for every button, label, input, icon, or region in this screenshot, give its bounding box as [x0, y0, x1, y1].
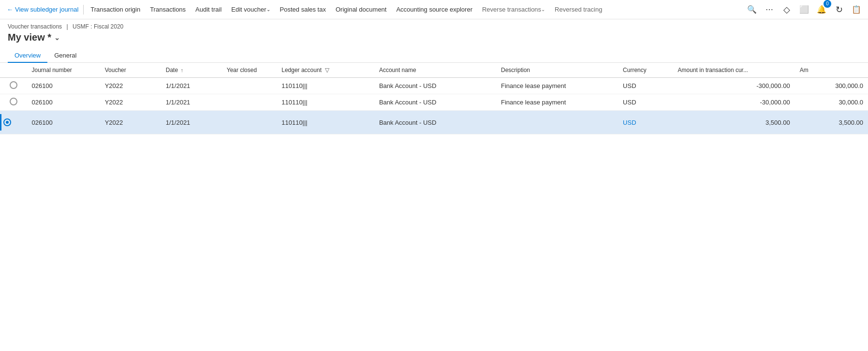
search-icon: 🔍: [747, 5, 757, 14]
sort-icon: ↑: [180, 67, 183, 73]
cell-amount-transaction: -30,000.00: [673, 94, 795, 111]
cell-currency: USD: [618, 78, 673, 94]
data-table-container: Journal number Voucher Date ↑ Year close…: [0, 63, 868, 134]
tabs-bar: Overview General: [0, 49, 868, 63]
row-radio[interactable]: [10, 98, 17, 105]
col-header-currency[interactable]: Currency: [618, 63, 673, 78]
cell-account-name: Bank Account - USD: [374, 78, 496, 94]
cell-amount-reporting: 300,000.0: [795, 78, 868, 94]
cell-description: [496, 111, 618, 134]
table-row[interactable]: 026100 Y2022 1/1/2021 110110||| Bank Acc…: [0, 111, 868, 134]
cell-amount-reporting: 30,000.0: [795, 94, 868, 111]
cell-ledger-account: 110110|||: [277, 78, 374, 94]
cell-currency: USD: [618, 94, 673, 111]
cell-date: 1/1/2021: [161, 78, 222, 94]
nav-accounting-source-explorer[interactable]: Accounting source explorer: [391, 0, 477, 19]
col-header-journal-number[interactable]: Journal number: [27, 63, 100, 78]
row-radio-selected[interactable]: [3, 118, 11, 126]
title-dropdown-icon[interactable]: ⌄: [54, 34, 60, 42]
col-header-amount-reporting[interactable]: Am: [795, 63, 868, 78]
top-navigation: ← View subledger journal Transaction ori…: [0, 0, 868, 19]
cell-year-closed: [222, 78, 277, 94]
refresh-button[interactable]: ↻: [831, 2, 847, 17]
breadcrumb-separator: |: [66, 23, 68, 30]
cell-account-name: Bank Account - USD: [374, 94, 496, 111]
breadcrumb-part-1: Voucher transactions: [8, 23, 62, 30]
cell-amount-transaction: -300,000.00: [673, 78, 795, 94]
nav-edit-voucher[interactable]: Edit voucher: [226, 0, 275, 19]
page-title: My view * ⌄: [8, 32, 860, 43]
nav-reversed-tracing[interactable]: Reversed tracing: [550, 0, 607, 19]
cell-voucher: Y2022: [100, 111, 161, 134]
cell-voucher: Y2022: [100, 94, 161, 111]
breadcrumb: Voucher transactions | USMF : Fiscal 202…: [8, 23, 860, 30]
table-header-row: Journal number Voucher Date ↑ Year close…: [0, 63, 868, 78]
clipboard-icon: 📋: [852, 5, 861, 14]
nav-audit-trail[interactable]: Audit trail: [191, 0, 226, 19]
col-header-select: [0, 63, 27, 78]
cell-date: 1/1/2021: [161, 94, 222, 111]
window-icon: ⬜: [799, 5, 809, 14]
diamond-icon-button[interactable]: ◇: [779, 2, 794, 17]
cell-amount-reporting: 3,500.00: [795, 111, 868, 134]
cell-account-name: Bank Account - USD: [374, 111, 496, 134]
cell-date: 1/1/2021: [161, 111, 222, 134]
col-header-voucher[interactable]: Voucher: [100, 63, 161, 78]
search-button[interactable]: 🔍: [744, 2, 760, 17]
cell-description: Finance lease payment: [496, 94, 618, 111]
tab-overview[interactable]: Overview: [8, 49, 47, 63]
cell-ledger-account: 110110|||: [277, 111, 374, 134]
col-header-account-name[interactable]: Account name: [374, 63, 496, 78]
clipboard-button[interactable]: 📋: [849, 2, 864, 17]
row-radio[interactable]: [10, 81, 17, 89]
page-header: Voucher transactions | USMF : Fiscal 202…: [0, 19, 868, 49]
tab-general[interactable]: General: [47, 49, 83, 63]
voucher-transactions-table: Journal number Voucher Date ↑ Year close…: [0, 63, 868, 134]
more-options-button[interactable]: ⋯: [762, 2, 777, 17]
col-header-description[interactable]: Description: [496, 63, 618, 78]
col-header-year-closed[interactable]: Year closed: [222, 63, 277, 78]
notification-container: 🔔 0: [814, 2, 829, 17]
cell-journal-number: 026100: [27, 94, 100, 111]
cell-amount-transaction: 3,500.00: [673, 111, 795, 134]
col-header-ledger-account[interactable]: Ledger account ▽: [277, 63, 374, 78]
cell-currency-selected: USD: [618, 111, 673, 134]
cell-description: Finance lease payment: [496, 78, 618, 94]
cell-year-closed: [222, 111, 277, 134]
cell-journal-number: 026100: [27, 111, 100, 134]
window-icon-button[interactable]: ⬜: [796, 2, 812, 17]
page-title-text: My view *: [8, 32, 51, 43]
nav-reverse-transactions[interactable]: Reverse transactions: [477, 0, 550, 19]
row-select-cell[interactable]: [0, 111, 27, 134]
cell-ledger-account: 110110|||: [277, 94, 374, 111]
col-header-date[interactable]: Date ↑: [161, 63, 222, 78]
nav-divider: [83, 5, 84, 15]
notification-badge: 0: [824, 0, 831, 8]
nav-right-icons: 🔍 ⋯ ◇ ⬜ 🔔 0 ↻ 📋: [744, 2, 864, 17]
row-select-cell[interactable]: [0, 78, 27, 94]
row-select-cell[interactable]: [0, 94, 27, 111]
breadcrumb-part-2: USMF : Fiscal 2020: [73, 23, 123, 30]
cell-year-closed: [222, 94, 277, 111]
nav-original-document[interactable]: Original document: [331, 0, 392, 19]
refresh-icon: ↻: [836, 4, 843, 15]
nav-transactions[interactable]: Transactions: [145, 0, 191, 19]
diamond-icon: ◇: [783, 4, 790, 15]
back-icon: ←: [7, 6, 13, 13]
col-header-amount-transaction[interactable]: Amount in transaction cur...: [673, 63, 795, 78]
ellipsis-icon: ⋯: [765, 5, 773, 14]
nav-transaction-origin[interactable]: Transaction origin: [86, 0, 145, 19]
filter-icon[interactable]: ▽: [325, 67, 329, 73]
table-row[interactable]: 026100 Y2022 1/1/2021 110110||| Bank Acc…: [0, 94, 868, 111]
cell-voucher: Y2022: [100, 78, 161, 94]
back-button[interactable]: ← View subledger journal: [4, 6, 81, 13]
nav-posted-sales-tax[interactable]: Posted sales tax: [275, 0, 331, 19]
nav-items: Transaction origin Transactions Audit tr…: [86, 0, 744, 19]
cell-journal-number: 026100: [27, 78, 100, 94]
selected-row-indicator: [0, 114, 1, 131]
back-label: View subledger journal: [15, 6, 78, 13]
table-row[interactable]: 026100 Y2022 1/1/2021 110110||| Bank Acc…: [0, 78, 868, 94]
